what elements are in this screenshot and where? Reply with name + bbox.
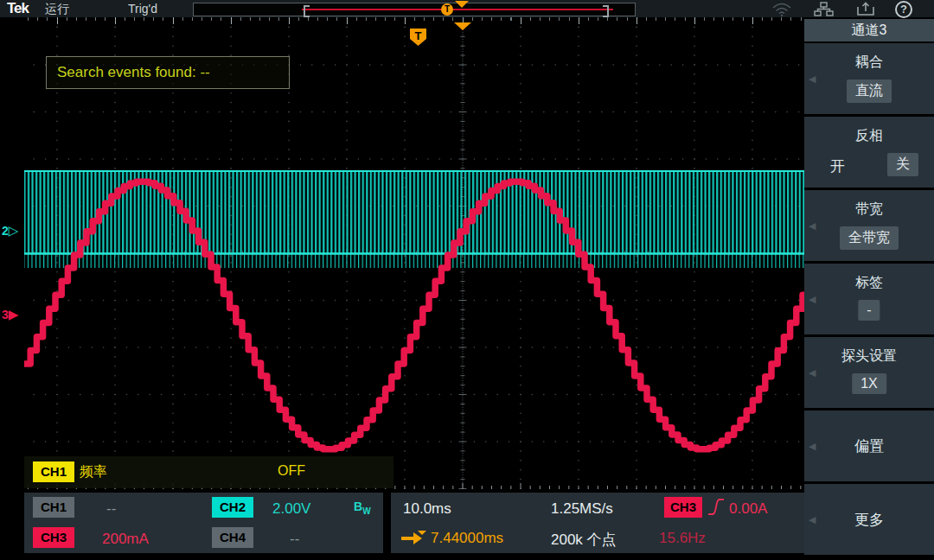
ch4-badge[interactable]: CH4 bbox=[212, 527, 253, 548]
ch2-bandwidth-limit-icon: BW bbox=[354, 500, 371, 516]
probe-setup-value[interactable]: 1X bbox=[852, 373, 886, 394]
trigger-position-marker[interactable]: T bbox=[441, 3, 453, 16]
ch3-badge[interactable]: CH3 bbox=[33, 527, 74, 548]
ch2-reference-marker[interactable]: 2▷ bbox=[2, 223, 18, 239]
menu-item-more[interactable]: ◀ 更多 bbox=[804, 484, 934, 555]
network-icon[interactable] bbox=[813, 2, 834, 16]
trigger-source-badge[interactable]: CH3 bbox=[664, 497, 702, 518]
horizontal-scale-value[interactable]: 10.0ms bbox=[403, 500, 451, 518]
menu-item-bandwidth[interactable]: ◀ 带宽 全带宽 bbox=[804, 190, 934, 261]
invert-off-option[interactable]: 关 bbox=[887, 153, 918, 176]
ch3-marker-arrow-icon: ▶ bbox=[9, 307, 19, 321]
ch2-scale-value: 2.00V bbox=[272, 500, 310, 518]
ch3-marker-label: 3 bbox=[2, 308, 9, 321]
record-window-line bbox=[302, 9, 613, 10]
invert-on-option[interactable]: 开 bbox=[830, 156, 845, 176]
waveform-display[interactable] bbox=[24, 24, 804, 489]
horizontal-trigger-status-panel: 10.0ms 1.25MS/s 7.44000ms 200k 个点 CH3 0.… bbox=[391, 493, 804, 553]
label-value[interactable]: - bbox=[858, 300, 880, 321]
trigger-frequency-value: 15.6Hz bbox=[659, 530, 706, 547]
tek-logo: Tek bbox=[7, 0, 29, 17]
measurement-value: OFF bbox=[278, 463, 305, 479]
menu-item-label[interactable]: ◀ 标签 - bbox=[804, 264, 934, 334]
ch2-marker-label: 2 bbox=[2, 224, 9, 238]
left-arrow-icon: ◀ bbox=[809, 73, 816, 85]
invert-label: 反相 bbox=[804, 127, 934, 145]
bandwidth-label: 带宽 bbox=[804, 200, 934, 219]
horizontal-ruler bbox=[24, 17, 804, 24]
menu-item-offset[interactable]: ◀ 偏置 bbox=[804, 410, 934, 481]
horizontal-delay-icon bbox=[400, 531, 427, 546]
more-label: 更多 bbox=[804, 510, 934, 530]
ch2-marker-arrow-icon: ▷ bbox=[9, 223, 19, 238]
horizontal-delay-value[interactable]: 7.44000ms bbox=[431, 530, 503, 547]
rising-edge-icon bbox=[707, 497, 725, 518]
ch4-scale-value: -- bbox=[290, 531, 299, 548]
ch2-badge[interactable]: CH2 bbox=[212, 497, 253, 518]
help-icon[interactable]: ? bbox=[895, 1, 912, 18]
trigger-level-value[interactable]: 0.00A bbox=[729, 500, 767, 518]
save-export-icon[interactable] bbox=[855, 2, 876, 16]
offset-label: 偏置 bbox=[804, 436, 934, 456]
record-length-value: 200k 个点 bbox=[551, 530, 617, 550]
ch3-scale-value: 200mA bbox=[102, 531, 149, 548]
measurement-bar[interactable]: CH1 频率 OFF bbox=[24, 456, 393, 488]
trigger-status: Trig'd bbox=[128, 2, 157, 16]
ch1-scale-value: -- bbox=[106, 500, 116, 518]
expansion-point-icon bbox=[454, 22, 471, 30]
left-arrow-icon: ◀ bbox=[809, 367, 816, 379]
measurement-type-label: 频率 bbox=[80, 463, 107, 481]
top-bar: Tek 运行 Trig'd T ? bbox=[0, 0, 934, 17]
record-overview-bar[interactable]: T bbox=[193, 3, 636, 16]
label-label: 标签 bbox=[804, 274, 934, 292]
ch1-badge[interactable]: CH1 bbox=[33, 497, 74, 518]
sample-rate-value: 1.25MS/s bbox=[551, 500, 613, 518]
left-arrow-icon: ◀ bbox=[809, 294, 816, 305]
menu-item-probe-setup[interactable]: ◀ 探头设置 1X bbox=[804, 337, 934, 408]
ch3-reference-marker[interactable]: 3▶ bbox=[2, 307, 18, 322]
menu-item-coupling[interactable]: ◀ 耦合 直流 bbox=[804, 43, 934, 114]
measurement-source-badge[interactable]: CH1 bbox=[33, 461, 74, 482]
left-arrow-icon: ◀ bbox=[809, 220, 816, 232]
channel-status-panel: CH1 -- CH2 2.00V BW CH3 200mA CH4 -- bbox=[24, 493, 383, 553]
window-bracket-right bbox=[603, 5, 609, 17]
search-events-banner: Search events found: -- bbox=[46, 56, 290, 89]
side-menu-title: 通道3 bbox=[804, 19, 934, 41]
coupling-label: 耦合 bbox=[804, 54, 934, 72]
window-bracket-left bbox=[304, 5, 310, 17]
wifi-icon[interactable] bbox=[771, 2, 792, 16]
probe-setup-label: 探头设置 bbox=[804, 347, 934, 366]
menu-item-invert[interactable]: 反相 开 关 bbox=[804, 117, 934, 188]
acquisition-status: 运行 bbox=[45, 2, 69, 17]
expansion-point-triangle bbox=[455, 1, 469, 8]
coupling-value[interactable]: 直流 bbox=[847, 80, 892, 103]
bandwidth-value[interactable]: 全带宽 bbox=[840, 226, 899, 250]
